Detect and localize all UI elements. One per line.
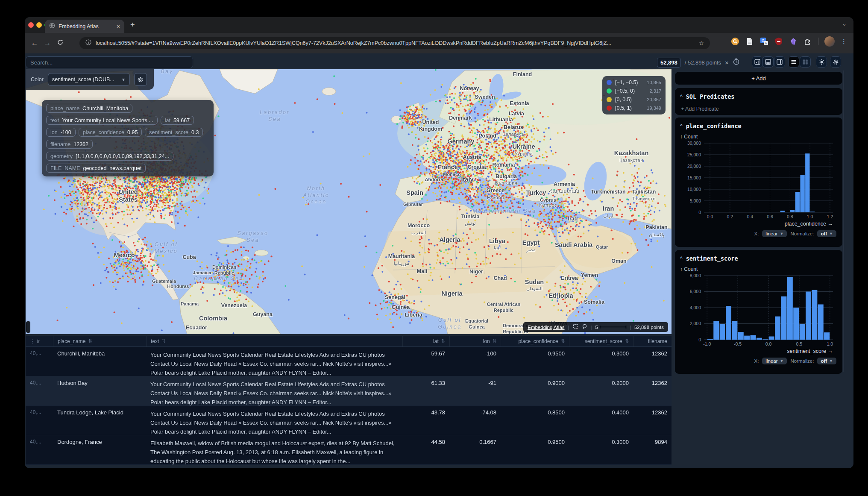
browser-tab[interactable]: Embedding Atlas ×: [45, 20, 124, 33]
column-header-place_name[interactable]: place_name⇅: [53, 336, 146, 346]
column-header-lon[interactable]: lon⇅: [449, 336, 501, 346]
close-window-button[interactable]: [28, 22, 34, 28]
table-rows-view-button[interactable]: [788, 56, 799, 68]
table-row[interactable]: 40,...Tundra Lodge, Lake PlacidYour Comm…: [26, 406, 672, 435]
place-confidence-title: place_confidence: [686, 123, 742, 129]
place-confidence-histogram[interactable]: 05,00010,00015,00020,00025,00030,0000.00…: [680, 141, 836, 229]
column-menu-icon[interactable]: ⋮: [30, 338, 35, 344]
color-settings-button[interactable]: [134, 73, 147, 86]
search-extension-icon[interactable]: [731, 37, 739, 46]
normalize-select[interactable]: off▼: [817, 230, 836, 237]
legend-item[interactable]: [−1, −0.5)10,865: [607, 79, 661, 85]
bookmark-star-icon[interactable]: ☆: [698, 40, 704, 47]
count-axis-label[interactable]: ↑ Count: [675, 131, 842, 140]
new-tab-button[interactable]: +: [130, 21, 135, 29]
legend-item[interactable]: [−0.5, 0)2,317: [607, 88, 661, 94]
tooltip-field: geometry[1,1,0,0,0,0,0,0,0,0,0,89,192,33…: [46, 152, 173, 161]
right-panel-toggle-button[interactable]: [774, 56, 785, 68]
box-select-icon[interactable]: [573, 324, 578, 330]
color-by-select[interactable]: sentiment_score (DOUB... ▼: [48, 73, 130, 86]
collapse-icon[interactable]: ^: [680, 94, 683, 100]
table-cell: -74.08: [449, 406, 501, 435]
svg-text:15,000: 15,000: [687, 175, 701, 180]
svg-text:2,000: 2,000: [690, 321, 701, 326]
url-bar[interactable]: localhost:5055/#?state=1VRNa9wwEP0rZehRN…: [79, 37, 710, 49]
tab-close-icon[interactable]: ×: [117, 23, 120, 30]
column-header-text[interactable]: text⇅: [146, 336, 402, 346]
purple-extension-icon[interactable]: [789, 37, 798, 46]
svg-text:6,000: 6,000: [690, 289, 701, 294]
embedding-atlas-link[interactable]: Embedding Atlas: [528, 325, 564, 330]
forward-button[interactable]: →: [41, 39, 54, 47]
legend-color-dot: [607, 97, 612, 102]
sort-icon[interactable]: ⇅: [441, 338, 445, 344]
sort-icon[interactable]: ⇅: [625, 338, 629, 344]
x-scale-select[interactable]: linear▼: [762, 358, 787, 364]
extensions-puzzle-icon[interactable]: [803, 37, 812, 46]
sentiment-score-histogram[interactable]: 02,0004,0006,0008,000-1.0-0.50.00.51.0se…: [680, 273, 836, 357]
lasso-select-icon[interactable]: [582, 324, 587, 330]
theme-toggle-button[interactable]: [816, 56, 827, 68]
bottom-panel-toggle-button[interactable]: [762, 56, 774, 68]
search-input[interactable]: Search...: [26, 56, 193, 68]
profile-avatar[interactable]: [824, 36, 835, 47]
svg-text:8,000: 8,000: [690, 273, 701, 278]
svg-text:1.0: 1.0: [807, 214, 813, 219]
table-cell: 0.1667: [449, 435, 501, 464]
table-cell: 12362: [633, 376, 672, 405]
collapse-icon[interactable]: ^: [680, 123, 683, 129]
document-extension-icon[interactable]: [745, 37, 754, 46]
column-header-[interactable]: ⋮#: [26, 338, 53, 344]
map-legend[interactable]: [−1, −0.5)10,865[−0.5, 0)2,317[0, 0.5)20…: [602, 76, 666, 114]
collapse-icon[interactable]: ^: [680, 255, 683, 261]
settings-gear-button[interactable]: [830, 56, 841, 68]
grid-view-button[interactable]: [800, 56, 811, 68]
sort-icon[interactable]: ⇅: [493, 338, 496, 344]
translate-extension-icon[interactable]: GA: [760, 37, 768, 46]
sort-icon[interactable]: ⇅: [88, 338, 92, 344]
sort-icon[interactable]: ⇅: [561, 338, 565, 344]
legend-color-dot: [607, 80, 612, 85]
app-scrollbar[interactable]: [843, 70, 844, 372]
add-chart-button[interactable]: + Add: [675, 72, 842, 85]
normalize-select[interactable]: off▼: [817, 358, 836, 364]
map-scale: 5: [595, 325, 626, 330]
clear-selection-icon[interactable]: ×: [725, 59, 729, 66]
svg-text:0.2: 0.2: [727, 214, 733, 219]
column-header-sentiment_score[interactable]: sentiment_score⇅: [569, 336, 633, 346]
table-row[interactable]: 40,...Dordogne, FranceElisabeth Maxwell,…: [26, 435, 672, 465]
column-header-place_confidence[interactable]: place_confidence⇅: [501, 336, 569, 346]
browser-menu-icon[interactable]: ⋮: [841, 38, 847, 45]
back-button[interactable]: ←: [28, 39, 41, 47]
site-info-icon[interactable]: [85, 39, 91, 47]
sort-icon[interactable]: ⇅: [161, 338, 165, 344]
minimize-window-button[interactable]: [36, 22, 42, 28]
table-cell: Your Community Local News Sports Calenda…: [146, 406, 402, 435]
tab-search-chevron-icon[interactable]: ⌄: [842, 21, 847, 27]
reload-button[interactable]: [54, 39, 67, 48]
table-cell: 44.58: [402, 435, 449, 464]
legend-item[interactable]: [0, 0.5)20,367: [607, 97, 661, 103]
x-scale-select[interactable]: linear▼: [762, 230, 787, 237]
column-header-filename[interactable]: filename: [633, 336, 672, 346]
add-predicate-button[interactable]: + Add Predicate: [675, 102, 842, 117]
table-cell: -100: [449, 347, 501, 376]
count-axis-label[interactable]: ↑ Count: [675, 264, 842, 272]
svg-text:place_confidence →: place_confidence →: [785, 221, 833, 227]
table-row[interactable]: 40,...Churchill, ManitobaYour Community …: [26, 347, 672, 376]
adblock-shield-icon[interactable]: [774, 37, 783, 46]
legend-count: 19,349: [647, 106, 661, 111]
column-header-lat[interactable]: lat⇅: [402, 336, 449, 346]
color-panel: Color sentiment_score (DOUB... ▼: [26, 69, 154, 90]
table-row[interactable]: 40,...Hudson BayYour Community Local New…: [26, 376, 672, 406]
table-cell: 0.3000: [569, 435, 633, 464]
map-scrollbar-thumb[interactable]: [26, 321, 30, 333]
scatter-view-button[interactable]: [752, 56, 763, 68]
color-label: Color: [31, 76, 44, 82]
map-view[interactable]: United StatesMexicoTurkeyKazakhstanSaudi…: [26, 69, 672, 334]
svg-text:0: 0: [698, 337, 701, 342]
history-reset-icon[interactable]: [733, 58, 740, 67]
table-cell: 9894: [633, 435, 672, 464]
legend-item[interactable]: [0.5, 1)19,349: [607, 105, 661, 111]
toolbar-divider: [818, 38, 818, 45]
